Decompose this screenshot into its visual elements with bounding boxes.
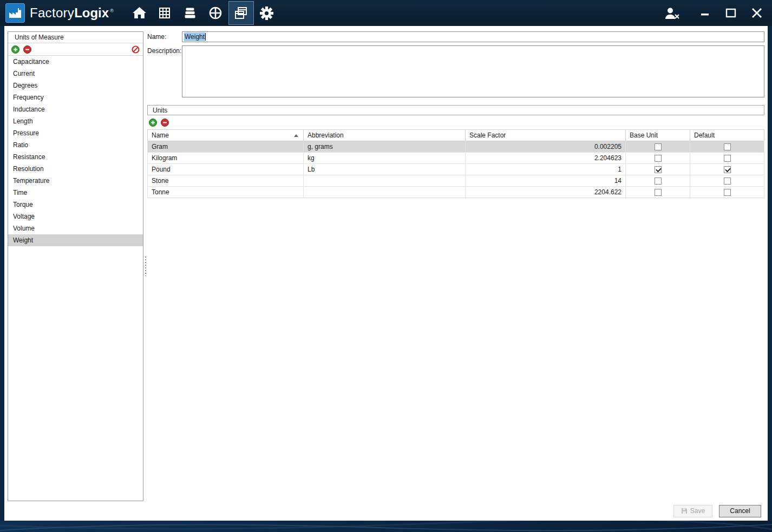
home-nav-button[interactable] (127, 1, 152, 25)
save-disk-icon (681, 508, 688, 514)
uom-list-item[interactable]: Current (8, 68, 143, 80)
unit-row[interactable]: Kilogram kg 2.204623 (148, 153, 764, 164)
unit-name-cell[interactable]: Pound (148, 164, 304, 175)
close-button[interactable] (747, 2, 767, 24)
window-bottom-border (0, 521, 772, 532)
unit-scale-factor-cell[interactable]: 14 (466, 175, 626, 187)
layers-nav-button[interactable] (178, 1, 203, 25)
minimize-button[interactable] (695, 2, 715, 24)
layers-icon (183, 6, 197, 19)
content-area: Units of Measure CapacitanceCurrentDegre… (4, 26, 768, 521)
cancel-button[interactable]: Cancel (719, 505, 761, 517)
unit-base-unit-cell (626, 175, 690, 187)
unit-abbreviation-cell[interactable] (304, 175, 466, 187)
description-input[interactable] (182, 45, 764, 97)
uom-list-item[interactable]: Resolution (8, 163, 143, 175)
app-title: FactoryLogix® (30, 5, 114, 21)
window-controls (662, 2, 767, 24)
default-checkbox[interactable] (724, 178, 731, 185)
default-checkbox[interactable] (724, 155, 731, 162)
unit-name-cell[interactable]: Gram (148, 141, 304, 153)
base-unit-checkbox[interactable] (655, 155, 662, 162)
uom-list-item[interactable]: Time (8, 187, 143, 199)
unit-default-cell (690, 141, 764, 153)
unit-scale-factor-cell[interactable]: 2204.622 (466, 187, 626, 198)
unit-name-cell[interactable]: Stone (148, 175, 304, 187)
maximize-button[interactable] (721, 2, 741, 24)
unit-abbreviation-cell[interactable]: g, grams (304, 141, 466, 153)
sort-ascending-icon (294, 134, 298, 137)
unit-default-cell (690, 175, 764, 187)
user-logout-button[interactable] (662, 2, 681, 24)
app-logo-icon (5, 3, 25, 23)
base-unit-checkbox[interactable] (655, 189, 662, 196)
default-checkbox[interactable] (724, 189, 731, 196)
column-header-base-unit[interactable]: Base Unit (626, 130, 690, 141)
forms-icon (234, 6, 248, 20)
grid-nav-button[interactable] (152, 1, 178, 25)
units-of-measure-panel: Units of Measure CapacitanceCurrentDegre… (8, 31, 143, 501)
unit-row[interactable]: Pound Lb 1 (148, 164, 764, 175)
settings-nav-button[interactable] (254, 1, 279, 25)
remove-unit-button[interactable] (161, 119, 169, 127)
unit-row[interactable]: Gram g, grams 0.002205 (148, 141, 764, 153)
column-header-name-label: Name (152, 132, 169, 139)
base-unit-checkbox[interactable] (655, 166, 662, 173)
uom-list-item[interactable]: Frequency (8, 91, 143, 103)
unit-abbreviation-cell[interactable]: kg (304, 153, 466, 164)
block-button[interactable] (132, 45, 140, 54)
uom-list-item[interactable]: Capacitance (8, 56, 143, 68)
unit-name-cell[interactable]: Tonne (148, 187, 304, 198)
uom-list-item[interactable]: Volume (8, 222, 143, 234)
unit-default-cell (690, 153, 764, 164)
uom-list-item[interactable]: Torque (8, 199, 143, 211)
grid-icon (158, 6, 171, 19)
unit-scale-factor-cell[interactable]: 1 (466, 164, 626, 175)
unit-row[interactable]: Stone 14 (148, 175, 764, 187)
column-header-abbreviation[interactable]: Abbreviation (304, 130, 466, 141)
units-table-body: Gram g, grams 0.002205 Kilogram kg 2.204… (148, 141, 764, 198)
uom-list-item[interactable]: Pressure (8, 127, 143, 139)
detail-panel: Name: Weight Description: Units (147, 31, 764, 501)
target-nav-button[interactable] (203, 1, 228, 25)
unit-default-cell (690, 187, 764, 198)
units-group: Units Name A (147, 105, 764, 198)
default-checkbox[interactable] (724, 166, 731, 173)
column-header-name[interactable]: Name (148, 130, 304, 141)
column-header-default[interactable]: Default (690, 130, 764, 141)
forms-nav-button[interactable] (228, 1, 254, 25)
unit-base-unit-cell (626, 187, 690, 198)
base-unit-checkbox[interactable] (655, 143, 662, 150)
unit-abbreviation-cell[interactable] (304, 187, 466, 198)
unit-default-cell (690, 164, 764, 175)
panel-title: Units of Measure (8, 32, 143, 43)
unit-name-cell[interactable]: Kilogram (148, 153, 304, 164)
panel-splitter[interactable] (143, 31, 147, 501)
uom-list-item[interactable]: Ratio (8, 139, 143, 151)
column-header-scale-factor[interactable]: Scale Factor (466, 130, 626, 141)
unit-abbreviation-cell[interactable]: Lb (304, 164, 466, 175)
uom-list-item[interactable]: Resistance (8, 151, 143, 163)
main-nav (127, 0, 279, 26)
uom-list-item[interactable]: Temperature (8, 175, 143, 187)
maximize-icon (725, 8, 736, 18)
add-unit-button[interactable] (149, 119, 157, 127)
uom-list: CapacitanceCurrentDegreesFrequencyInduct… (8, 56, 143, 501)
name-label: Name: (147, 31, 182, 42)
default-checkbox[interactable] (724, 143, 731, 150)
uom-list-item[interactable]: Voltage (8, 211, 143, 222)
add-measure-button[interactable] (11, 45, 19, 54)
remove-measure-button[interactable] (23, 45, 31, 54)
uom-list-item[interactable]: Length (8, 115, 143, 127)
unit-row[interactable]: Tonne 2204.622 (148, 187, 764, 198)
unit-scale-factor-cell[interactable]: 0.002205 (466, 141, 626, 153)
name-input[interactable]: Weight (182, 31, 764, 42)
save-button[interactable]: Save (673, 505, 712, 517)
close-icon (751, 7, 763, 19)
uom-list-item[interactable]: Degrees (8, 80, 143, 91)
base-unit-checkbox[interactable] (655, 178, 662, 185)
uom-list-item[interactable]: Inductance (8, 103, 143, 115)
unit-scale-factor-cell[interactable]: 2.204623 (466, 153, 626, 164)
uom-list-item[interactable]: Weight (8, 234, 143, 246)
splitter-grip-icon (145, 257, 146, 276)
